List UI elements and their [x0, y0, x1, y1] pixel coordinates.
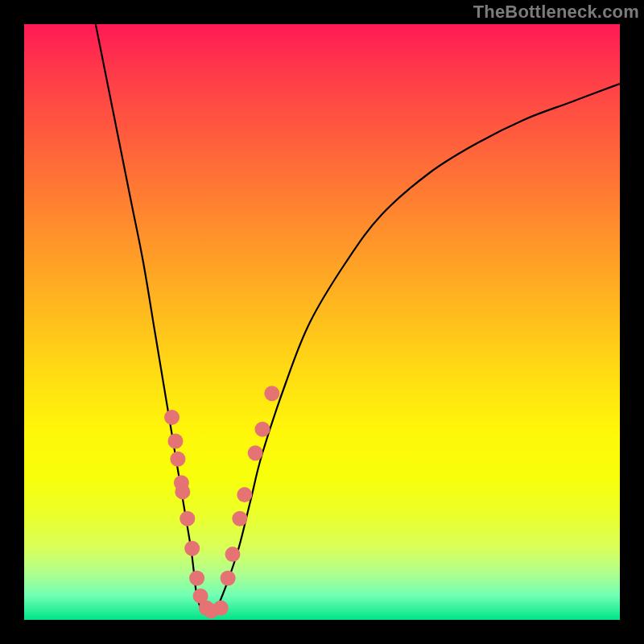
- data-marker: [237, 487, 252, 502]
- data-marker: [248, 445, 263, 460]
- markers-right: [213, 386, 280, 615]
- data-marker: [255, 422, 270, 437]
- data-marker: [175, 484, 190, 499]
- data-marker: [225, 547, 241, 562]
- data-marker: [164, 410, 180, 425]
- data-marker: [221, 571, 236, 586]
- data-marker: [180, 511, 195, 526]
- data-marker: [167, 434, 183, 449]
- curve-layer: [24, 24, 620, 620]
- data-marker: [264, 386, 279, 401]
- right-curve: [215, 84, 620, 614]
- data-marker: [213, 601, 229, 616]
- data-marker: [184, 541, 200, 556]
- watermark-text: TheBottleneck.com: [473, 2, 639, 23]
- markers-left: [164, 410, 219, 619]
- plot-area: [24, 24, 620, 620]
- data-marker: [170, 452, 185, 467]
- chart-frame: TheBottleneck.com: [0, 0, 644, 644]
- data-marker: [232, 511, 247, 526]
- data-marker: [189, 571, 204, 586]
